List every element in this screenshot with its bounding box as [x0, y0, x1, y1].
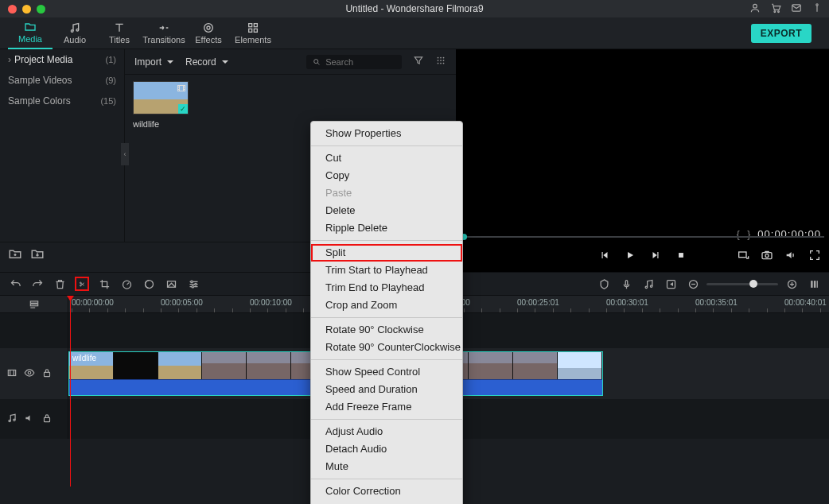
svg-rect-24: [679, 253, 683, 258]
menu-item-show-speed-control[interactable]: Show Speed Control: [311, 363, 462, 381]
timeline-context-menu[interactable]: Show PropertiesCutCopyPasteDeleteRipple …: [310, 121, 463, 504]
menu-item-ripple-delete[interactable]: Ripple Delete: [311, 219, 462, 237]
next-frame-button[interactable]: [650, 250, 661, 263]
svg-rect-49: [45, 372, 50, 376]
svg-point-1: [774, 10, 776, 12]
menu-item-trim-start-to-playhead[interactable]: Trim Start to Playhead: [311, 262, 462, 279]
audio-track-head[interactable]: [0, 399, 68, 439]
mail-icon[interactable]: [791, 2, 802, 16]
tab-label: Transitions: [142, 35, 185, 45]
tab-titles[interactable]: Titles: [97, 17, 142, 49]
preview-viewport[interactable]: [461, 52, 824, 224]
menu-item-copy[interactable]: Copy: [311, 167, 462, 184]
import-dropdown[interactable]: Import: [134, 56, 174, 68]
export-button[interactable]: EXPORT: [751, 24, 811, 43]
menu-item-rotate-90-counterclockwise[interactable]: Rotate 90° CounterClockwise: [311, 339, 462, 356]
sidebar-item-sample-colors[interactable]: Sample Colors (15): [0, 91, 124, 111]
sidebar-item-sample-videos[interactable]: Sample Videos (9): [0, 70, 124, 91]
svg-point-51: [14, 419, 15, 421]
split-scissors-icon[interactable]: [75, 277, 89, 291]
filter-icon[interactable]: [413, 55, 424, 68]
zoom-handle[interactable]: [749, 280, 757, 288]
tab-audio[interactable]: Audio: [53, 17, 97, 49]
search-field[interactable]: [325, 57, 395, 67]
menu-item-add-freeze-frame[interactable]: Add Freeze Frame: [311, 398, 462, 416]
menu-item-trim-end-to-playhead[interactable]: Trim End to Playhead: [311, 279, 462, 297]
render-preview-icon[interactable]: [737, 249, 749, 264]
record-dropdown[interactable]: Record: [185, 56, 229, 68]
prev-frame-button[interactable]: [599, 250, 610, 263]
zoom-in-icon[interactable]: [784, 277, 799, 291]
preview-scrubber[interactable]: [461, 234, 824, 240]
menu-item-crop-and-zoom[interactable]: Crop and Zoom: [311, 297, 462, 314]
sidebar-collapse[interactable]: ‹: [121, 143, 129, 165]
menu-item-split[interactable]: Split: [311, 244, 462, 262]
menu-item-green-screen[interactable]: Green Screen: [311, 500, 462, 504]
redo-icon[interactable]: [30, 277, 45, 291]
svg-rect-52: [45, 417, 50, 421]
titlebar: Untitled - Wondershare Filmora9: [0, 0, 829, 17]
timeline-layout-icon[interactable]: [807, 277, 821, 291]
svg-point-50: [9, 420, 10, 421]
crop-icon[interactable]: [97, 277, 111, 291]
speaker-icon[interactable]: [24, 413, 35, 426]
lock-icon[interactable]: [41, 367, 53, 381]
menu-item-detach-audio[interactable]: Detach Audio: [311, 440, 462, 458]
main-tabs: Media Audio Titles Transitions Effects E…: [0, 17, 829, 49]
clip-thumbnail[interactable]: ✓: [133, 81, 189, 114]
play-button[interactable]: [625, 250, 636, 263]
menu-item-color-correction[interactable]: Color Correction: [311, 483, 462, 500]
color-icon[interactable]: [142, 277, 156, 291]
marker-icon[interactable]: [597, 277, 611, 291]
tab-elements[interactable]: Elements: [231, 17, 275, 49]
svg-point-6: [76, 29, 79, 31]
mixer-icon[interactable]: [641, 277, 656, 291]
tab-label: Effects: [195, 35, 221, 45]
notify-icon[interactable]: [811, 2, 823, 16]
undo-icon[interactable]: [8, 277, 22, 291]
tab-transitions[interactable]: Transitions: [142, 17, 186, 49]
zoom-out-icon[interactable]: [686, 277, 700, 291]
tab-effects[interactable]: Effects: [186, 17, 231, 49]
media-clip[interactable]: ✓ wildlife: [133, 81, 189, 129]
adjust-icon[interactable]: [186, 277, 200, 291]
snapshot-icon[interactable]: [761, 249, 773, 264]
grid-view-icon[interactable]: [435, 55, 446, 68]
voiceover-icon[interactable]: [619, 277, 633, 291]
new-folder-icon[interactable]: [8, 246, 22, 263]
svg-point-14: [438, 57, 439, 59]
sidebar-item-project-media[interactable]: ›Project Media (1): [0, 49, 124, 70]
menu-item-cut[interactable]: Cut: [311, 149, 462, 167]
stop-button[interactable]: [675, 250, 687, 263]
fullscreen-icon[interactable]: [808, 249, 821, 264]
menu-item-rotate-90-clockwise[interactable]: Rotate 90° Clockwise: [311, 321, 462, 339]
ruler-mark: 00:00:35:01: [695, 298, 738, 307]
lock-icon[interactable]: [41, 413, 53, 426]
menu-item-speed-and-duration[interactable]: Speed and Duration: [311, 381, 462, 398]
eye-icon[interactable]: [24, 367, 35, 381]
cart-icon[interactable]: [770, 2, 781, 16]
menu-item-mute[interactable]: Mute: [311, 458, 462, 475]
svg-point-16: [443, 57, 445, 59]
svg-point-2: [778, 10, 780, 12]
menu-item-delete[interactable]: Delete: [311, 202, 462, 219]
track-manager-icon[interactable]: [0, 296, 68, 312]
add-marker-icon[interactable]: [664, 277, 678, 291]
svg-point-22: [443, 63, 445, 64]
menu-item-show-properties[interactable]: Show Properties: [311, 125, 462, 142]
speed-icon[interactable]: [119, 277, 134, 291]
video-track-head[interactable]: [0, 348, 68, 399]
search-input[interactable]: [306, 55, 402, 69]
svg-point-13: [314, 59, 318, 63]
menu-separator: [311, 240, 462, 241]
menu-item-adjust-audio[interactable]: Adjust Audio: [311, 423, 462, 440]
greenscreen-icon[interactable]: [164, 277, 178, 291]
user-icon[interactable]: [749, 2, 761, 16]
tab-media[interactable]: Media: [8, 17, 53, 49]
volume-icon[interactable]: [784, 249, 797, 264]
playhead[interactable]: [70, 296, 71, 487]
import-folder-icon[interactable]: [30, 246, 45, 263]
timeline-zoom[interactable]: [686, 277, 799, 291]
window-title: Untitled - Wondershare Filmora9: [0, 3, 829, 14]
delete-icon[interactable]: [53, 277, 67, 291]
